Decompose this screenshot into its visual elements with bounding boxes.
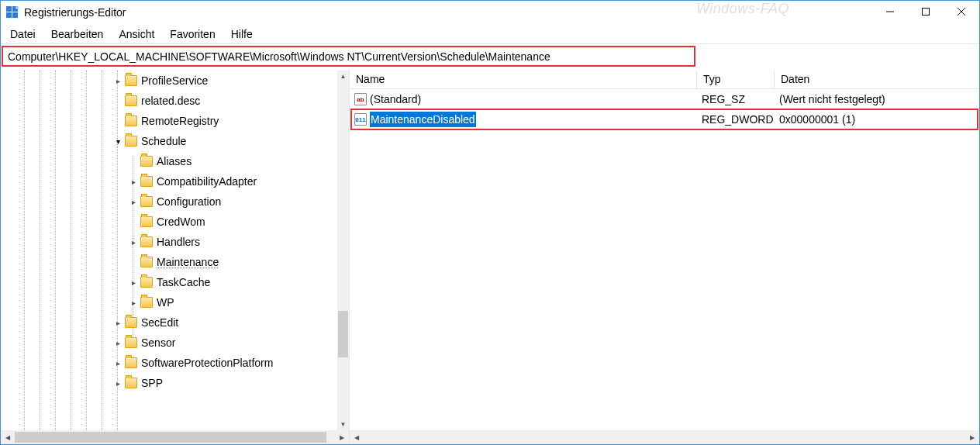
value-data: 0x00000001 (1)	[775, 113, 979, 126]
scroll-up-icon[interactable]: ▲	[337, 71, 349, 82]
menubar: Datei Bearbeiten Ansicht Favoriten Hilfe	[1, 24, 979, 44]
tree-node-related-desc[interactable]: related.desc	[1, 91, 337, 111]
value-name: (Standard)	[370, 93, 421, 105]
string-value-icon: ab	[354, 93, 367, 105]
tree-spacer	[112, 116, 123, 126]
watermark-text: Windows-FAQ	[696, 1, 789, 17]
chevron-right-icon[interactable]: ▸	[112, 317, 123, 328]
tree-node-label: WP	[157, 296, 174, 309]
tree-node-configuration[interactable]: ▸Configuration	[1, 191, 337, 212]
menu-file[interactable]: Datei	[2, 26, 43, 42]
chevron-right-icon[interactable]: ▸	[112, 75, 123, 86]
tree-spacer	[128, 156, 139, 167]
column-name[interactable]: Name	[350, 71, 697, 88]
tree-node-softwareprotectionplatform[interactable]: ▸SoftwareProtectionPlatform	[1, 353, 337, 373]
maximize-icon	[922, 8, 930, 16]
folder-icon	[140, 176, 153, 187]
tree-node-label: CredWom	[157, 216, 205, 228]
chevron-right-icon[interactable]: ▸	[128, 277, 139, 288]
titlebar: Registrierungs-Editor Windows-FAQ	[1, 1, 979, 24]
list-hscroll[interactable]: ◀ ▶	[350, 430, 979, 444]
list-body[interactable]: ab(Standard)REG_SZ(Wert nicht festgelegt…	[350, 89, 979, 129]
tree-node-label: SPP	[141, 377, 163, 389]
scroll-right-icon[interactable]: ▶	[335, 430, 349, 444]
tree-spacer	[128, 216, 139, 227]
tree-node-spp[interactable]: ▸SPP	[1, 373, 337, 393]
value-type: REG_SZ	[697, 93, 775, 105]
chevron-right-icon[interactable]: ▸	[128, 176, 139, 187]
tree-node-remoteregistry[interactable]: RemoteRegistry	[1, 111, 337, 131]
scroll-down-icon[interactable]: ▼	[337, 419, 349, 430]
tree-hscroll[interactable]: ◀ ▶	[1, 430, 350, 444]
tree-node-label: Schedule	[141, 135, 186, 147]
tree-node-label: RemoteRegistry	[141, 115, 219, 127]
column-data[interactable]: Daten	[775, 71, 979, 88]
svg-rect-2	[6, 12, 12, 18]
folder-icon	[125, 95, 137, 106]
svg-rect-6	[923, 9, 930, 16]
tree-node-label: SoftwareProtectionPlatform	[141, 357, 273, 369]
folder-icon	[125, 357, 137, 368]
tree-node-compatibilityadapter[interactable]: ▸CompatibilityAdapter	[1, 171, 337, 191]
chevron-right-icon[interactable]: ▸	[128, 236, 139, 247]
folder-icon	[140, 257, 153, 267]
main-area: ▸ProfileServicerelated.descRemoteRegistr…	[1, 71, 979, 430]
scroll-left-icon[interactable]: ◀	[1, 430, 15, 444]
folder-icon	[140, 297, 153, 308]
chevron-right-icon[interactable]: ▸	[112, 378, 123, 388]
svg-rect-0	[6, 6, 12, 12]
maximize-button[interactable]	[908, 1, 944, 22]
value-row[interactable]: 011MaintenanceDisabledREG_DWORD0x0000000…	[350, 109, 979, 129]
chevron-right-icon[interactable]: ▸	[128, 196, 139, 207]
menu-favorites[interactable]: Favoriten	[162, 26, 223, 42]
tree-node-maintenance[interactable]: Maintenance	[1, 252, 337, 272]
tree-node-label: Maintenance	[157, 256, 219, 268]
tree-node-sensor[interactable]: ▸Sensor	[1, 333, 337, 353]
folder-icon	[125, 116, 137, 126]
tree-hscroll-thumb[interactable]	[15, 432, 326, 443]
tree-node-aliases[interactable]: Aliases	[1, 151, 337, 171]
chevron-down-icon[interactable]: ▾	[112, 136, 123, 147]
tree-node-label: SecEdit	[141, 316, 178, 329]
chevron-right-icon[interactable]: ▸	[128, 297, 139, 308]
chevron-right-icon[interactable]: ▸	[112, 337, 123, 348]
tree-view[interactable]: ▸ProfileServicerelated.descRemoteRegistr…	[1, 71, 337, 430]
folder-icon	[140, 196, 153, 207]
list-pane: Name Typ Daten ab(Standard)REG_SZ(Wert n…	[350, 71, 979, 430]
value-name-cell: 011MaintenanceDisabled	[350, 112, 697, 127]
tree-node-schedule[interactable]: ▾Schedule	[1, 131, 337, 151]
column-type[interactable]: Typ	[697, 71, 775, 88]
address-input[interactable]	[3, 49, 694, 64]
tree-node-label: Aliases	[157, 155, 192, 167]
scroll-thumb[interactable]	[338, 311, 348, 357]
folder-icon	[125, 75, 137, 86]
app-icon	[5, 5, 19, 19]
folder-icon	[140, 216, 153, 227]
tree-node-secedit[interactable]: ▸SecEdit	[1, 312, 337, 333]
tree-node-handlers[interactable]: ▸Handlers	[1, 232, 337, 252]
tree-node-credwom[interactable]: CredWom	[1, 212, 337, 232]
menu-view[interactable]: Ansicht	[111, 26, 162, 42]
minimize-icon	[886, 8, 894, 16]
minimize-button[interactable]	[872, 1, 908, 22]
tree-node-label: CompatibilityAdapter	[157, 175, 257, 188]
tree-node-taskcache[interactable]: ▸TaskCache	[1, 272, 337, 292]
svg-point-4	[16, 6, 19, 9]
value-data: (Wert nicht festgelegt)	[775, 93, 979, 105]
menu-help[interactable]: Hilfe	[223, 26, 261, 42]
tree-spacer	[112, 95, 123, 106]
close-button[interactable]	[944, 1, 979, 22]
close-icon	[958, 8, 965, 16]
tree-scrollbar[interactable]: ▲ ▼	[337, 71, 349, 430]
folder-icon	[140, 236, 153, 247]
tree-node-profileservice[interactable]: ▸ProfileService	[1, 71, 337, 91]
scroll-left-icon[interactable]: ◀	[350, 430, 364, 444]
value-row[interactable]: ab(Standard)REG_SZ(Wert nicht festgelegt…	[350, 89, 979, 109]
scroll-right-icon[interactable]: ▶	[965, 430, 979, 444]
svg-rect-3	[12, 12, 18, 18]
chevron-right-icon[interactable]: ▸	[112, 357, 123, 368]
tree-node-wp[interactable]: ▸WP	[1, 292, 337, 312]
value-name-cell: ab(Standard)	[350, 93, 697, 105]
menu-edit[interactable]: Bearbeiten	[43, 26, 112, 42]
list-header: Name Typ Daten	[350, 71, 979, 89]
